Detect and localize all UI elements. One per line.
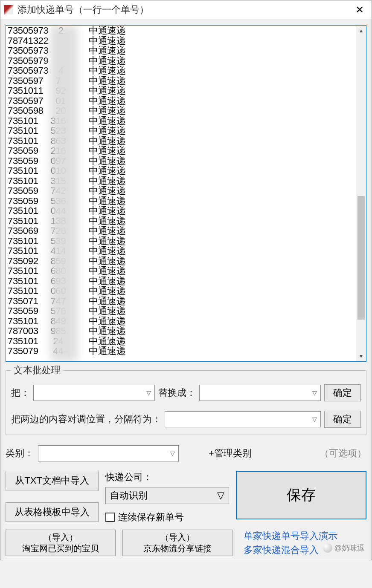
tracking-row[interactable]: 735059 216中通速递 [8,146,364,156]
tracking-row[interactable]: 78741322 中通速递 [8,36,364,46]
tracking-row[interactable]: 735101 539中通速递 [8,236,364,246]
import-taobao-line1: （导入） [44,532,78,543]
category-row: 类别： ▽ +管理类别 （可选项） [6,445,366,461]
replace-to-combo[interactable]: ▽ [199,385,321,401]
import-sheet-button[interactable]: 从表格模板中导入 [6,502,99,522]
tracking-row[interactable]: 735079 44中通速递 [8,346,364,356]
tracking-row[interactable]: 735101 315中通速递 [8,176,364,186]
batch-groupbox: 文本批处理 把： ▽ 替换成： ▽ 确定 把两边的内容对调位置，分隔符为： ▽ … [6,370,366,435]
scroll-down-icon[interactable]: ▼ [356,351,366,361]
tracking-row[interactable]: 735101 044中通速递 [8,206,364,216]
tracking-row[interactable]: 735071 747中通速递 [8,296,364,306]
chevron-down-icon: ▽ [312,389,317,396]
import-jd-line2: 京东物流分享链接 [143,543,212,554]
tracking-row[interactable]: 73505979 中通速递 [8,56,364,66]
tracking-row[interactable]: 735101 24中通速递 [8,336,364,346]
import-jd-button[interactable]: （导入） 京东物流分享链接 [122,530,232,556]
save-button[interactable]: 保存 [236,471,366,519]
import-taobao-line2: 淘宝网已买到的宝贝 [22,543,99,554]
company-combo[interactable]: 自动识别 ▽ [105,487,229,504]
chevron-down-icon: ▽ [146,389,151,396]
tracking-row[interactable]: 73505973 2中通速递 [8,26,364,36]
scrollbar[interactable]: ▲ ▼ [356,26,366,361]
demo-single-link[interactable]: 单家快递单号导入演示 [244,530,366,543]
category-label: 类别： [6,447,34,460]
manage-category-link[interactable]: +管理类别 [209,447,252,460]
category-combo[interactable]: ▽ [38,445,179,461]
tracking-row[interactable]: 735059 097中通速递 [8,156,364,166]
continuous-save-checkbox[interactable] [105,513,115,522]
replace-to-label: 替换成： [158,386,196,399]
company-selected: 自动识别 [110,489,148,502]
window: 添加快递单号（一行一个单号） ✕ 73505973 2中通速递78741322 … [0,0,372,560]
tracking-row[interactable]: 73505973 中通速递 [8,46,364,56]
tracking-row[interactable]: 73505973 4中通速递 [8,66,364,76]
swap-label: 把两边的内容对调位置，分隔符为： [11,413,161,426]
tracking-row[interactable]: 7350597 01中通速递 [8,96,364,106]
tracking-row[interactable]: 735101 523中通速递 [8,126,364,136]
tracking-row[interactable]: 735059 576中通速递 [8,306,364,316]
scroll-thumb[interactable] [357,196,365,320]
tracking-row[interactable]: 735101 680中通速递 [8,266,364,276]
watermark: @奶味逗 [323,543,365,553]
close-icon[interactable]: ✕ [351,1,368,18]
tracking-row[interactable]: 735101 316中通速递 [8,116,364,126]
replace-ok-button[interactable]: 确定 [324,384,361,401]
tracking-row[interactable]: 7350598 20中通速递 [8,106,364,116]
swap-ok-button[interactable]: 确定 [324,411,361,428]
tracking-row[interactable]: 735101 863中通速递 [8,136,364,146]
continuous-save-label: 连续保存新单号 [118,511,184,524]
swap-sep-combo[interactable]: ▽ [165,411,321,427]
import-txt-button[interactable]: 从TXT文档中导入 [6,471,99,490]
chevron-down-icon: ▽ [217,490,224,501]
tracking-row[interactable]: 735092 859中通速递 [8,256,364,266]
tracking-row[interactable]: 735059 536中通速递 [8,196,364,206]
watermark-text: @奶味逗 [334,543,365,553]
tracking-row[interactable]: 735101 849中通速递 [8,316,364,326]
window-title: 添加快递单号（一行一个单号） [17,3,351,16]
app-icon [4,5,13,14]
tracking-row[interactable]: 787003 985中通速递 [8,326,364,336]
tracking-row[interactable]: 735059 742中通速递 [8,186,364,196]
replace-from-label: 把： [11,386,30,399]
tracking-row[interactable]: 735069 726中通速递 [8,226,364,236]
batch-group-label: 文本批处理 [11,364,63,377]
tracking-row[interactable]: 735101 138中通速递 [8,216,364,226]
tracking-row[interactable]: 735101 010中通速递 [8,166,364,176]
tracking-row[interactable]: 735101 693中通速递 [8,276,364,286]
optional-label: （可选项） [320,447,366,460]
import-jd-line1: （导入） [160,532,195,543]
titlebar: 添加快递单号（一行一个单号） ✕ [0,0,372,19]
replace-from-combo[interactable]: ▽ [33,385,155,401]
tracking-row[interactable]: 735101 060中通速递 [8,286,364,296]
bottom-grid: 从TXT文档中导入 从表格模板中导入 快递公司： 自动识别 ▽ 连续保存新单号 … [6,471,366,524]
tracking-row[interactable]: 7351011 92中通速递 [8,86,364,96]
demo-links: 单家快递单号导入演示 多家快递混合导入 @奶味逗 [239,530,366,556]
chevron-down-icon: ▽ [170,450,175,457]
tracking-textarea[interactable]: 73505973 2中通速递78741322 中通速递73505973 中通速递… [6,25,366,362]
scroll-up-icon[interactable]: ▲ [356,26,366,36]
content-area: 73505973 2中通速递78741322 中通速递73505973 中通速递… [0,19,372,560]
last-row: （导入） 淘宝网已买到的宝贝 （导入） 京东物流分享链接 单家快递单号导入演示 … [6,530,366,556]
tracking-row[interactable]: 7350597 7中通速递 [8,76,364,86]
tracking-row[interactable]: 735101 414中通速递 [8,246,364,256]
demo-multi-link[interactable]: 多家快递混合导入 [244,544,319,555]
import-taobao-button[interactable]: （导入） 淘宝网已买到的宝贝 [6,530,116,556]
avatar-icon [323,543,332,553]
chevron-down-icon: ▽ [312,416,317,423]
company-label: 快递公司： [105,471,229,484]
